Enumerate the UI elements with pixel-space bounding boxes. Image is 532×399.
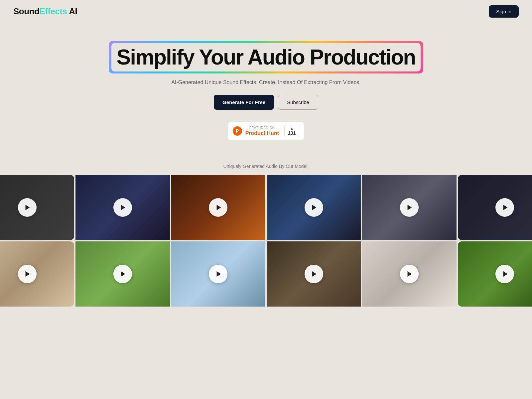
hero-title-inner: Simplify Your Audio Production xyxy=(111,43,421,71)
sign-in-button[interactable]: Sign in xyxy=(489,5,519,18)
product-hunt-count: 131 xyxy=(288,130,296,136)
svg-marker-3 xyxy=(312,205,317,210)
gallery-label: Uniquely Generated Audio By Our Model. xyxy=(0,164,532,169)
svg-marker-7 xyxy=(121,271,125,277)
product-hunt-featured-label: FEATURED ON xyxy=(245,126,279,130)
play-button[interactable] xyxy=(18,198,37,217)
play-button[interactable] xyxy=(305,265,323,283)
play-button[interactable] xyxy=(305,198,323,217)
product-hunt-logo: P xyxy=(233,126,242,136)
gallery-item-mma[interactable] xyxy=(267,175,361,240)
gallery-item-house-night[interactable] xyxy=(75,175,170,240)
product-hunt-badge[interactable]: P FEATURED ON Product Hunt ▲ 131 xyxy=(228,122,305,140)
svg-marker-10 xyxy=(408,271,412,277)
play-button[interactable] xyxy=(400,265,419,283)
hero-buttons: Generate For Free Subscribe xyxy=(214,95,318,110)
gallery-item-grass-partial[interactable] xyxy=(458,241,532,307)
play-overlay xyxy=(267,175,361,240)
play-overlay xyxy=(171,241,265,307)
product-hunt-arrow-icon: ▲ xyxy=(290,126,294,130)
svg-marker-8 xyxy=(216,271,221,277)
play-button[interactable] xyxy=(495,265,514,283)
play-button[interactable] xyxy=(18,265,37,283)
hero-section: Simplify Your Audio Production AI-Genera… xyxy=(0,23,532,164)
product-hunt-name: Product Hunt xyxy=(245,130,279,136)
svg-marker-5 xyxy=(503,205,507,210)
svg-marker-2 xyxy=(216,205,221,210)
gallery-row-2 xyxy=(0,241,532,307)
play-overlay xyxy=(0,175,74,240)
play-overlay xyxy=(458,175,532,240)
play-button[interactable] xyxy=(209,198,227,217)
play-overlay xyxy=(0,241,74,307)
play-overlay xyxy=(362,175,456,240)
gallery-section: Uniquely Generated Audio By Our Model. xyxy=(0,164,532,321)
play-button[interactable] xyxy=(400,198,419,217)
svg-marker-0 xyxy=(26,205,30,210)
logo: SoundEffects AI xyxy=(13,6,77,17)
play-button[interactable] xyxy=(209,265,227,283)
subscribe-button[interactable]: Subscribe xyxy=(278,95,318,110)
logo-text-ai: AI xyxy=(67,6,77,16)
svg-marker-4 xyxy=(408,205,412,210)
hero-subtitle: AI-Generated Unique Sound Effects. Creat… xyxy=(171,79,360,85)
svg-marker-9 xyxy=(312,271,317,277)
product-hunt-text: FEATURED ON Product Hunt xyxy=(245,126,279,136)
svg-marker-1 xyxy=(121,205,125,210)
play-button[interactable] xyxy=(113,265,132,283)
play-overlay xyxy=(362,241,456,307)
gallery-item-fireplace[interactable] xyxy=(171,175,265,240)
gallery-item-horse[interactable] xyxy=(171,241,265,307)
generate-free-button[interactable]: Generate For Free xyxy=(214,95,274,110)
play-overlay xyxy=(458,241,532,307)
svg-marker-6 xyxy=(26,271,30,277)
play-overlay xyxy=(75,175,170,240)
logo-text-sound: Sound xyxy=(13,6,39,16)
gallery-item-car-dark2-partial[interactable] xyxy=(458,175,532,240)
gallery-item-clock-partial[interactable] xyxy=(0,241,74,307)
play-button[interactable] xyxy=(113,198,132,217)
logo-text-effects: Effects xyxy=(39,6,67,16)
gallery-item-robot-room[interactable] xyxy=(267,241,361,307)
gallery-item-car-road[interactable] xyxy=(362,175,456,240)
svg-marker-11 xyxy=(503,271,507,277)
product-hunt-upvote: ▲ 131 xyxy=(284,125,299,137)
play-button[interactable] xyxy=(495,198,514,217)
play-overlay xyxy=(267,241,361,307)
play-overlay xyxy=(75,241,170,307)
gallery-item-car-partial[interactable] xyxy=(0,175,74,240)
gallery-item-clock2[interactable] xyxy=(362,241,456,307)
navbar: SoundEffects AI Sign in xyxy=(0,0,532,23)
gallery-item-kitten[interactable] xyxy=(75,241,170,307)
hero-title: Simplify Your Audio Production xyxy=(117,46,416,69)
hero-title-wrapper: Simplify Your Audio Production xyxy=(111,43,421,71)
play-overlay xyxy=(171,175,265,240)
gallery-row-1 xyxy=(0,175,532,240)
